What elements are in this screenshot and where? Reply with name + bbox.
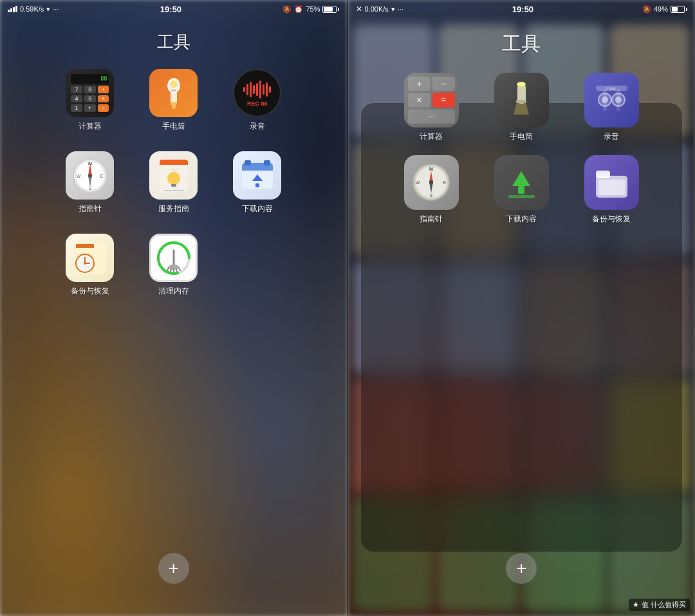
backup-label: 备份与恢复 — [71, 286, 109, 297]
left-folder-area: 工具 88 7 8 ÷ 4 5 × 1 + = — [0, 18, 348, 297]
right-compass-label: 指南针 — [420, 214, 443, 225]
right-backup-icon — [584, 155, 639, 210]
right-app-item-recorder[interactable]: TOOL 录音 — [570, 73, 653, 142]
svg-line-43 — [179, 267, 180, 271]
mute-icon: 🔕 — [283, 5, 292, 14]
app-item-flashlight[interactable]: 手电筒 — [138, 69, 209, 132]
right-app-item-calc[interactable]: + − × = ··· 计算器 — [389, 73, 473, 142]
right-calc-label: 计算器 — [420, 131, 443, 142]
app-item-backup[interactable]: 备份与恢复 — [55, 234, 125, 297]
watermark-icon: ★ — [633, 601, 639, 609]
svg-rect-53 — [603, 89, 607, 111]
app-item-calc[interactable]: 88 7 8 ÷ 4 5 × 1 + = 计算器 — [55, 69, 125, 132]
right-backup-label: 备份与恢复 — [592, 214, 631, 225]
svg-text:E: E — [100, 174, 103, 178]
svg-rect-24 — [245, 160, 251, 165]
download-icon — [233, 151, 281, 200]
calc-icon: 88 7 8 ÷ 4 5 × 1 + = — [66, 69, 114, 117]
wifi-icon-right: ▾ — [391, 5, 395, 14]
svg-point-13 — [88, 174, 92, 178]
download-label: 下载内容 — [242, 203, 273, 214]
network-speed-right: 0.00K/s — [365, 5, 389, 13]
right-status-right: 🔕 49% — [642, 5, 687, 14]
right-flashlight-icon — [494, 73, 549, 127]
alarm-icon: ⏰ — [294, 5, 303, 14]
right-compass-icon: N S E W — [404, 155, 459, 210]
watermark-text: 值 什么值得买 — [642, 600, 686, 610]
svg-rect-27 — [255, 183, 259, 187]
right-app-item-flashlight[interactable]: 手电筒 — [479, 73, 563, 142]
right-folder-area: 工具 + − × = ··· 计算器 — [348, 18, 696, 225]
right-flashlight-label: 手电筒 — [510, 131, 533, 142]
svg-rect-18 — [171, 184, 176, 187]
left-app-grid: 88 7 8 ÷ 4 5 × 1 + = 计算器 — [55, 69, 293, 297]
service-icon — [149, 151, 198, 200]
network-speed: 0.59K/s — [20, 5, 44, 13]
recorder-label: 录音 — [250, 121, 265, 132]
left-phone-panel: 0.59K/s ▾ ··· 19:50 🔕 ⏰ 75% 工具 — [0, 0, 348, 616]
battery-icon-right — [671, 6, 687, 13]
compass-icon: N S E W — [66, 151, 114, 200]
mute-icon-right: 🔕 — [642, 5, 651, 14]
signal-bars-icon — [8, 6, 17, 12]
right-recorder-icon: TOOL — [584, 73, 639, 127]
svg-rect-25 — [264, 160, 270, 165]
svg-line-39 — [167, 267, 169, 271]
svg-rect-72 — [508, 195, 535, 198]
right-app-grid: + − × = ··· 计算器 — [389, 73, 653, 225]
wifi-icon: ▾ — [46, 5, 50, 14]
svg-rect-75 — [598, 180, 625, 195]
right-add-button[interactable]: + — [506, 553, 537, 584]
battery-pct: 75% — [306, 5, 320, 13]
left-add-button[interactable]: + — [158, 553, 189, 584]
service-label: 服务指南 — [158, 203, 189, 214]
watermark: ★ 值 什么值得买 — [629, 599, 690, 611]
svg-rect-30 — [76, 246, 94, 248]
app-item-compass[interactable]: N S E W 指南针 — [55, 151, 125, 214]
svg-rect-54 — [616, 89, 620, 111]
recorder-icon: REC 86 — [233, 69, 281, 117]
rec-text: REC 86 — [247, 100, 268, 107]
svg-marker-70 — [512, 171, 530, 186]
svg-point-48 — [517, 82, 525, 86]
status-dots-right: ··· — [398, 5, 403, 13]
flashlight-label: 手电筒 — [162, 121, 185, 132]
svg-point-34 — [84, 262, 86, 265]
svg-rect-16 — [160, 162, 188, 165]
left-time: 19:50 — [160, 5, 181, 14]
cleanup-label: 清理内存 — [158, 286, 189, 297]
right-app-item-download[interactable]: 下载内容 — [479, 155, 563, 225]
battery-pct-right: 49% — [654, 5, 668, 13]
svg-point-69 — [429, 180, 433, 184]
right-status-left: ✕ 0.00K/s ▾ ··· — [356, 5, 403, 14]
app-item-download[interactable]: 下载内容 — [222, 151, 293, 214]
left-folder-title: 工具 — [157, 31, 190, 53]
flashlight-icon — [149, 69, 198, 117]
right-download-icon — [494, 155, 549, 210]
left-status-bar: 0.59K/s ▾ ··· 19:50 🔕 ⏰ 75% — [0, 0, 348, 18]
right-calc-icon: + − × = ··· — [404, 73, 459, 127]
left-status-left: 0.59K/s ▾ ··· — [8, 5, 59, 14]
svg-rect-23 — [242, 168, 273, 171]
right-status-bar: ✕ 0.00K/s ▾ ··· 19:50 🔕 49% — [348, 0, 696, 18]
battery-icon — [322, 6, 339, 13]
right-download-label: 下载内容 — [506, 214, 537, 225]
right-app-item-backup[interactable]: 备份与恢复 — [570, 155, 653, 225]
app-item-service[interactable]: 服务指南 — [138, 151, 209, 214]
svg-line-42 — [176, 268, 177, 272]
right-recorder-label: 录音 — [604, 131, 619, 142]
right-folder-title: 工具 — [502, 31, 541, 57]
svg-text:S: S — [88, 186, 91, 191]
svg-point-17 — [167, 172, 180, 185]
svg-marker-2 — [171, 102, 177, 109]
app-item-cleanup[interactable]: 清理内存 — [138, 234, 209, 297]
status-dots: ··· — [53, 5, 59, 13]
right-phone-panel: ✕ 0.00K/s ▾ ··· 19:50 🔕 49% 工具 — [348, 0, 696, 616]
svg-text:TOOL: TOOL — [606, 87, 617, 91]
svg-rect-74 — [596, 171, 610, 178]
app-item-recorder[interactable]: REC 86 录音 — [222, 69, 293, 132]
svg-point-38 — [169, 265, 179, 270]
right-app-item-compass[interactable]: N S E W 指南针 — [389, 155, 473, 225]
compass-label: 指南针 — [79, 203, 102, 214]
svg-text:W: W — [76, 174, 80, 178]
